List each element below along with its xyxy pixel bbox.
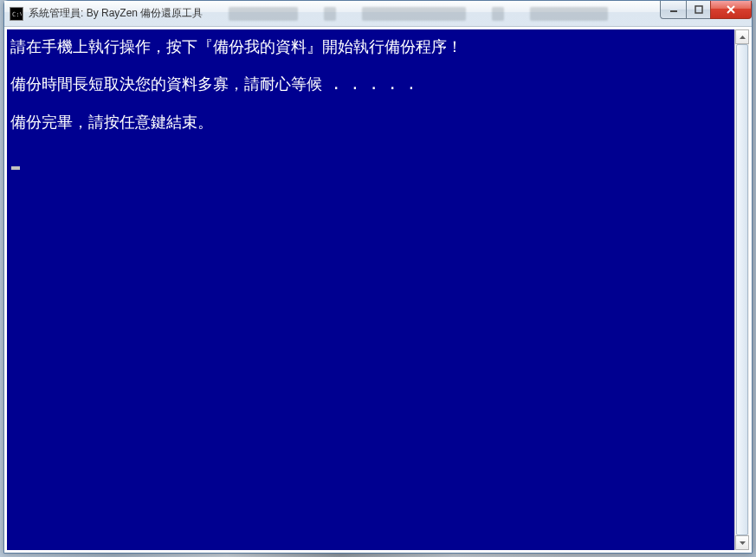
titlebar[interactable]: C:\ 系統管理員: By RayZen 備份還原工具: [4, 1, 752, 27]
cursor: [11, 166, 20, 170]
console-line: 備份時間長短取決您的資料多寡，請耐心等候 . . . . .: [10, 74, 731, 94]
maximize-button[interactable]: [686, 1, 710, 19]
chevron-down-icon: [740, 541, 746, 545]
console-output: 請在手機上執行操作，按下『備份我的資料』開始執行備份程序！ 備份時間長短取決您的…: [7, 29, 734, 550]
close-button[interactable]: [710, 1, 752, 19]
maximize-icon: [695, 5, 703, 14]
scroll-track[interactable]: [735, 44, 749, 535]
close-icon: [726, 4, 736, 15]
console-window: C:\ 系統管理員: By RayZen 備份還原工具: [3, 0, 753, 554]
scroll-thumb[interactable]: [736, 44, 748, 535]
chevron-up-icon: [740, 36, 746, 39]
console-line: 請在手機上執行操作，按下『備份我的資料』開始執行備份程序！: [10, 36, 731, 56]
window-title: 系統管理員: By RayZen 備份還原工具: [29, 6, 203, 21]
client-area: 請在手機上執行操作，按下『備份我的資料』開始執行備份程序！ 備份時間長短取決您的…: [4, 27, 752, 553]
scroll-up-button[interactable]: [735, 29, 749, 44]
svg-text:C:\: C:\: [12, 11, 22, 18]
minimize-icon: [669, 5, 678, 14]
desktop-background: C:\ 系統管理員: By RayZen 備份還原工具: [0, 0, 756, 557]
scroll-down-button[interactable]: [735, 535, 749, 550]
vertical-scrollbar[interactable]: [734, 29, 749, 550]
window-controls: [660, 1, 752, 19]
cmd-icon: C:\: [10, 7, 23, 21]
svg-rect-2: [695, 6, 702, 13]
svg-rect-1: [670, 10, 677, 12]
console-line: 備份完畢，請按任意鍵結束。: [10, 112, 731, 132]
minimize-button[interactable]: [660, 1, 686, 19]
